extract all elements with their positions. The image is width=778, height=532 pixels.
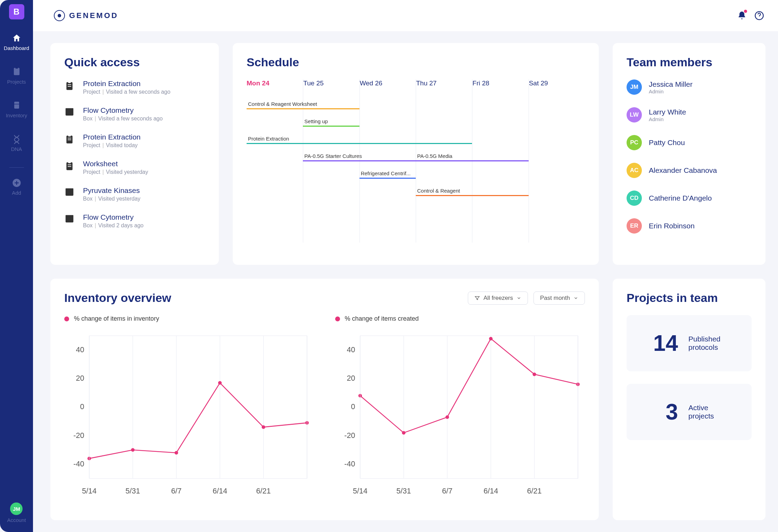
brand-text: GENEMOD: [69, 11, 118, 20]
clipboard-icon: [64, 134, 76, 147]
svg-text:6/7: 6/7: [442, 487, 452, 495]
schedule-event[interactable]: Setting up: [303, 116, 359, 127]
stat-value: 3: [640, 399, 678, 425]
help-button[interactable]: [754, 11, 764, 20]
schedule-event[interactable]: Refrigerated Centrif...: [359, 168, 416, 179]
svg-text:6/21: 6/21: [527, 487, 541, 495]
stat-box[interactable]: 14 Published protocols: [627, 315, 752, 371]
svg-rect-0: [14, 68, 19, 75]
svg-rect-1: [15, 67, 18, 69]
svg-rect-9: [68, 86, 71, 87]
notification-dot: [744, 10, 747, 13]
stat-value: 14: [640, 330, 678, 356]
legend-dot: [335, 316, 340, 321]
svg-text:40: 40: [76, 345, 84, 354]
svg-text:-40: -40: [344, 459, 355, 468]
svg-point-43: [218, 381, 222, 385]
stat-label: Active: [688, 404, 714, 412]
schedule-day-header[interactable]: Wed 26: [360, 79, 416, 97]
member-role: Admin: [649, 88, 693, 94]
schedule-day-header[interactable]: Sat 29: [529, 79, 585, 97]
schedule-day-header[interactable]: Mon 24: [247, 79, 303, 97]
qa-title: Pyruvate Kinases: [83, 186, 140, 195]
schedule-day-header[interactable]: Fri 28: [472, 79, 528, 97]
svg-point-41: [131, 448, 134, 452]
team-member[interactable]: LW Larry White Admin: [627, 107, 752, 123]
avatar: LW: [627, 107, 642, 123]
quick-access-item[interactable]: Protein Extraction Project|Visited a few…: [64, 79, 205, 95]
schedule-event[interactable]: Control & Reagent Worksheet: [247, 99, 359, 109]
card-title: Inventory overview: [64, 291, 171, 305]
team-member[interactable]: CD Catherine D'Angelo: [627, 191, 752, 206]
brand[interactable]: GENEMOD: [54, 10, 118, 21]
chart-inventory-change: % change of items in inventory -40-20020…: [64, 315, 314, 501]
legend-label: % change of items created: [345, 315, 419, 322]
svg-rect-15: [68, 140, 71, 140]
quick-access-item[interactable]: Protein Extraction Project|Visited today: [64, 133, 205, 149]
schedule-event[interactable]: Protein Extraction: [247, 134, 472, 144]
schedule-event[interactable]: PA-0.5G Starter Cultures: [303, 151, 416, 161]
home-icon: [11, 33, 22, 43]
schedule-day-header[interactable]: Thu 27: [416, 79, 472, 97]
workspace-logo[interactable]: B: [9, 4, 24, 19]
svg-text:5/14: 5/14: [353, 487, 367, 495]
nav-dashboard[interactable]: Dashboard: [0, 33, 33, 51]
member-name: Catherine D'Angelo: [649, 194, 712, 202]
svg-point-67: [532, 373, 536, 376]
card-title: Schedule: [247, 56, 585, 69]
team-member[interactable]: JM Jessica Miller Admin: [627, 79, 752, 95]
projects-card: Projects in team 14 Published protocols …: [613, 279, 765, 520]
freezer-filter[interactable]: All freezers: [468, 292, 528, 305]
card-title: Projects in team: [627, 291, 752, 305]
svg-rect-22: [66, 217, 74, 223]
nav-projects[interactable]: Projects: [0, 66, 33, 85]
team-member[interactable]: PC Patty Chou: [627, 135, 752, 150]
quick-access-item[interactable]: Worksheet Project|Visited yesterday: [64, 160, 205, 175]
nav-label: Add: [12, 190, 21, 196]
inventory-card: Inventory overview All freezers Past mon…: [50, 279, 599, 520]
qa-meta: Project|Visited yesterday: [83, 169, 148, 175]
clipboard-icon: [12, 66, 22, 77]
schedule-grid: Mon 24Tue 25Wed 26Thu 27Fri 28Sat 29Cont…: [247, 79, 585, 243]
member-name: Larry White: [649, 108, 686, 116]
svg-text:6/14: 6/14: [483, 487, 498, 495]
schedule-event[interactable]: PA-0.5G Media: [416, 151, 529, 161]
stat-label: projects: [688, 412, 714, 420]
qa-meta: Box|Visited a few seconds ago: [83, 116, 163, 122]
nav-separator: [9, 167, 24, 168]
nav-inventory[interactable]: Inventory: [0, 100, 33, 118]
member-name: Erin Robinson: [649, 222, 695, 230]
schedule-day-header[interactable]: Tue 25: [303, 79, 359, 97]
quick-access-item[interactable]: Flow Cytometry Box|Visited 2 days ago: [64, 213, 205, 229]
nav-account[interactable]: JM Account: [7, 503, 26, 523]
box-icon: [64, 187, 76, 200]
avatar: JM: [10, 503, 23, 515]
topbar: GENEMOD: [33, 0, 778, 31]
svg-text:0: 0: [351, 403, 355, 411]
stat-box[interactable]: 3 Active projects: [627, 384, 752, 440]
stat-label: Published: [688, 335, 720, 343]
svg-rect-17: [68, 161, 71, 163]
box-icon: [64, 107, 76, 120]
svg-text:6/14: 6/14: [213, 487, 227, 495]
nav-dna[interactable]: DNA: [0, 134, 33, 152]
svg-text:5/31: 5/31: [125, 487, 140, 495]
svg-rect-14: [68, 138, 71, 138]
stat-label: protocols: [688, 343, 720, 352]
nav-add[interactable]: Add: [0, 178, 33, 196]
team-member[interactable]: ER Erin Robinson: [627, 218, 752, 234]
svg-rect-13: [68, 135, 71, 136]
team-member[interactable]: AC Alexander Cabanova: [627, 163, 752, 178]
chevron-down-icon: [516, 296, 521, 301]
svg-point-44: [262, 425, 265, 429]
svg-rect-7: [68, 81, 71, 83]
nav-label: Inventory: [6, 112, 27, 118]
svg-rect-8: [68, 84, 71, 85]
quick-access-item[interactable]: Flow Cytometry Box|Visited a few seconds…: [64, 106, 205, 122]
svg-text:5/31: 5/31: [396, 487, 411, 495]
member-name: Alexander Cabanova: [649, 166, 717, 175]
notifications-button[interactable]: [737, 11, 747, 20]
range-filter[interactable]: Past month: [533, 292, 585, 305]
quick-access-item[interactable]: Pyruvate Kinases Box|Visited yesterday: [64, 186, 205, 202]
schedule-event[interactable]: Control & Reagent: [416, 186, 529, 196]
